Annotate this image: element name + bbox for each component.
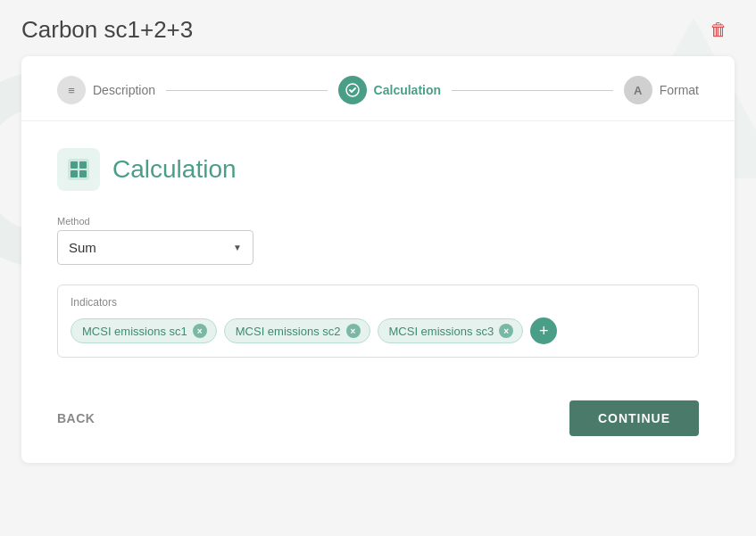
remove-chip-sc2[interactable]: × (346, 324, 361, 338)
step-format: A Format (624, 76, 699, 104)
page-title: Carbon sc1+2+3 (21, 16, 735, 44)
remove-chip-sc3[interactable]: × (499, 324, 513, 338)
delete-button[interactable]: 🗑 (706, 16, 731, 44)
calculation-body: Calculation Method Sum ▼ Indicators MCSI… (21, 121, 735, 384)
method-value: Sum (69, 240, 96, 255)
chip-label-sc2: MCSI emissions sc2 (236, 325, 341, 338)
description-step-icon: ≡ (68, 84, 75, 97)
indicator-chip-sc2: MCSI emissions sc2 × (224, 318, 370, 343)
svg-rect-3 (79, 161, 87, 169)
calculation-icon-box (57, 148, 100, 191)
main-card: ≡ Description Calculation A (21, 56, 735, 463)
svg-rect-4 (71, 170, 78, 177)
calculation-step-icon (345, 83, 360, 97)
step-description-circle: ≡ (57, 76, 86, 104)
trash-icon: 🗑 (710, 20, 727, 39)
method-dropdown[interactable]: Sum ▼ (57, 230, 253, 265)
method-label: Method (57, 216, 699, 227)
chip-label-sc3: MCSI emissions sc3 (389, 325, 494, 338)
remove-chip-sc1[interactable]: × (193, 324, 207, 338)
step-description-label: Description (93, 83, 155, 97)
indicators-row: MCSI emissions sc1 × MCSI emissions sc2 … (71, 317, 685, 344)
chip-label-sc1: MCSI emissions sc1 (82, 325, 187, 338)
indicator-chip-sc3: MCSI emissions sc3 × (378, 318, 524, 343)
back-button[interactable]: BACK (57, 411, 95, 425)
page-background: Carbon sc1+2+3 🗑 ≡ Description (0, 0, 756, 536)
format-step-icon: A (634, 84, 642, 97)
chevron-down-icon: ▼ (233, 243, 242, 252)
continue-button[interactable]: CONTINUE (569, 400, 699, 436)
step-description: ≡ Description (57, 76, 155, 104)
calculation-title: Calculation (112, 155, 237, 184)
calculation-icon (66, 157, 91, 182)
stepper-line-1 (166, 90, 328, 91)
indicators-label: Indicators (71, 296, 685, 309)
step-calculation-label: Calculation (374, 83, 441, 97)
step-calculation: Calculation (338, 76, 441, 104)
step-format-label: Format (660, 83, 699, 97)
add-indicator-button[interactable]: + (530, 317, 557, 344)
stepper: ≡ Description Calculation A (21, 56, 735, 121)
indicators-box: Indicators MCSI emissions sc1 × MCSI emi… (57, 284, 699, 358)
svg-rect-5 (79, 170, 87, 177)
card-footer: BACK CONTINUE (21, 384, 735, 436)
calculation-header: Calculation (57, 148, 699, 191)
step-calculation-circle (338, 76, 367, 104)
indicator-chip-sc1: MCSI emissions sc1 × (71, 318, 217, 343)
svg-rect-2 (71, 161, 78, 169)
step-format-circle: A (624, 76, 652, 104)
method-field-group: Method Sum ▼ (57, 216, 699, 265)
stepper-line-2 (452, 90, 613, 91)
